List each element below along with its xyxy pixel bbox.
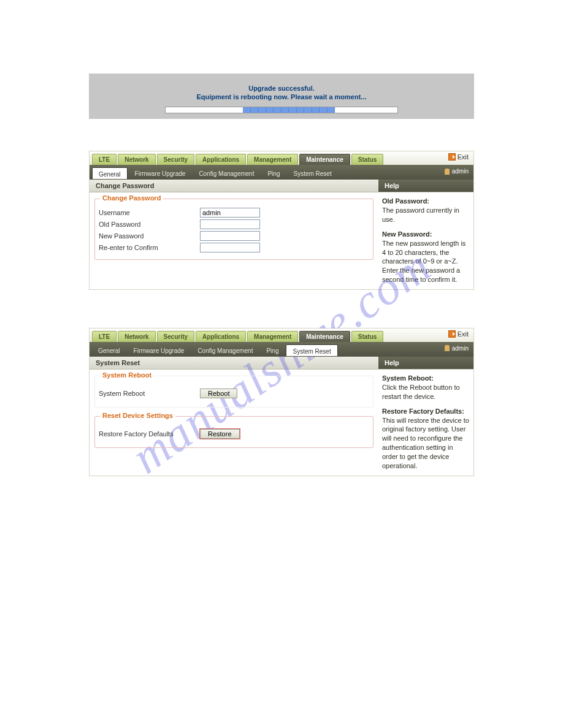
system-reboot-legend: System Reboot	[100, 371, 154, 379]
tab-applications[interactable]: Applications	[196, 154, 246, 165]
user-icon	[445, 169, 450, 175]
reboot-button[interactable]: Reboot	[200, 389, 237, 398]
system-reboot-group: System Reboot System Reboot Reboot	[94, 376, 373, 408]
exit-link[interactable]: Exit	[448, 330, 469, 338]
restore-button[interactable]: Restore	[200, 429, 240, 439]
subtab-system-reset[interactable]: System Reset	[287, 167, 337, 179]
tab-management[interactable]: Management	[247, 154, 298, 165]
new-password-label: New Password	[99, 232, 200, 240]
exit-icon	[448, 330, 456, 338]
help-restore-title: Restore Factory Defaults:	[382, 408, 470, 415]
subtab-general[interactable]: General	[92, 167, 128, 179]
sub-tab-bar: General Firmware Upgrade Config Manageme…	[90, 343, 473, 357]
help-new-title: New Password:	[382, 230, 470, 238]
panel-change-password: LTE Network Security Applications Manage…	[89, 151, 474, 290]
main-tab-bar: LTE Network Security Applications Manage…	[90, 151, 473, 165]
admin-label: admin	[452, 345, 469, 352]
subtab-firmware-upgrade[interactable]: Firmware Upgrade	[128, 344, 191, 356]
admin-label: admin	[452, 168, 469, 175]
help-old-text: The password currently in use.	[382, 206, 470, 224]
subtab-ping[interactable]: Ping	[261, 167, 286, 179]
upgrade-reboot-text: Equipment is rebooting now. Please wait …	[89, 93, 474, 100]
username-field[interactable]	[200, 208, 260, 218]
progress-fill	[243, 107, 335, 113]
subtab-system-reset[interactable]: System Reset	[286, 344, 337, 356]
progress-bar	[165, 107, 398, 113]
subtab-config-management[interactable]: Config Management	[191, 344, 259, 356]
help-old-title: Old Password:	[382, 197, 470, 205]
tab-applications[interactable]: Applications	[196, 331, 246, 342]
sub-tab-bar: General Firmware Upgrade Config Manageme…	[90, 165, 473, 180]
tab-security[interactable]: Security	[157, 154, 194, 165]
upgrade-success-text: Upgrade successful.	[89, 85, 474, 92]
tab-lte[interactable]: LTE	[92, 331, 117, 342]
restore-row-label: Restore Factory Defaults	[99, 430, 200, 438]
subtab-firmware-upgrade[interactable]: Firmware Upgrade	[129, 167, 192, 179]
tab-network[interactable]: Network	[118, 154, 155, 165]
exit-label: Exit	[458, 153, 469, 161]
help-restore-text: This will restore the device to original…	[382, 416, 470, 471]
user-icon	[445, 345, 450, 351]
old-password-field[interactable]	[200, 219, 260, 229]
exit-label: Exit	[458, 330, 469, 338]
tab-lte[interactable]: LTE	[92, 154, 117, 165]
confirm-password-field[interactable]	[200, 243, 260, 252]
main-tab-bar: LTE Network Security Applications Manage…	[90, 328, 473, 343]
exit-link[interactable]: Exit	[448, 153, 469, 161]
subtab-ping[interactable]: Ping	[260, 344, 285, 356]
username-label: Username	[99, 209, 200, 216]
help-new-text: The new password length is 4 to 20 chara…	[382, 239, 470, 284]
tab-security[interactable]: Security	[157, 331, 194, 342]
section-header-system-reset: System Reset	[90, 357, 378, 370]
help-reboot-title: System Reboot:	[382, 374, 470, 382]
old-password-label: Old Password	[99, 221, 200, 228]
section-header-change-password: Change Password	[90, 180, 378, 192]
reset-device-group: Reset Device Settings Restore Factory De…	[94, 416, 373, 448]
exit-icon	[448, 153, 456, 161]
panel-system-reset: LTE Network Security Applications Manage…	[89, 328, 474, 476]
admin-indicator: admin	[445, 345, 469, 352]
new-password-field[interactable]	[200, 231, 260, 241]
tab-maintenance[interactable]: Maintenance	[299, 154, 350, 165]
upgrade-banner: Upgrade successful. Equipment is rebooti…	[89, 74, 474, 119]
help-reboot-text: Click the Reboot button to restart the d…	[382, 383, 470, 401]
change-password-group: Change Password Username Old Password Ne…	[94, 199, 373, 260]
subtab-config-management[interactable]: Config Management	[193, 167, 260, 179]
help-header: Help	[378, 357, 473, 370]
reset-device-legend: Reset Device Settings	[100, 412, 175, 419]
confirm-password-label: Re-enter to Confirm	[99, 244, 200, 251]
change-password-legend: Change Password	[100, 194, 163, 202]
tab-network[interactable]: Network	[118, 331, 155, 342]
help-body: System Reboot: Click the Reboot button t…	[378, 370, 473, 476]
subtab-general[interactable]: General	[92, 344, 126, 356]
reboot-row-label: System Reboot	[99, 390, 200, 397]
help-body: Old Password: The password currently in …	[378, 192, 473, 289]
tab-status[interactable]: Status	[351, 154, 384, 165]
admin-indicator: admin	[445, 168, 469, 175]
help-header: Help	[378, 180, 473, 192]
tab-management[interactable]: Management	[247, 331, 298, 342]
tab-maintenance[interactable]: Maintenance	[299, 331, 350, 342]
tab-status[interactable]: Status	[351, 331, 384, 342]
